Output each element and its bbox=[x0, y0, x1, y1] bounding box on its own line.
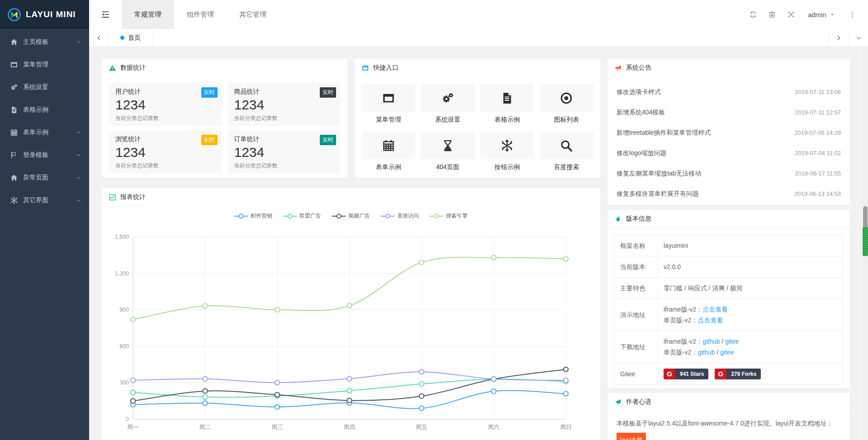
sidebar-item-1[interactable]: 主页模板 bbox=[0, 31, 89, 53]
gitee-badge[interactable]: G941 Stars bbox=[664, 369, 708, 379]
shortcut-系统设置[interactable]: 系统设置 bbox=[421, 84, 474, 124]
version-row: 主要特色零门槛 / 响应式 / 清爽 / 极简 bbox=[615, 278, 843, 299]
line-chart-icon bbox=[109, 194, 116, 201]
legend-item-邮件营销[interactable]: 邮件营销 bbox=[234, 212, 272, 220]
sidebar-item-label: 表格示例 bbox=[23, 106, 82, 114]
version-row-label: 主要特色 bbox=[615, 278, 658, 299]
notice-item[interactable]: 修改logo缩放问题2019-07-04 11:02 bbox=[617, 143, 841, 163]
shortcut-菜单管理[interactable]: 菜单管理 bbox=[361, 84, 415, 124]
tab-actions-dropdown-button[interactable] bbox=[848, 29, 868, 47]
page-tab-home[interactable]: 首页 bbox=[109, 29, 152, 47]
sidebar-item-2[interactable]: 菜单管理 bbox=[0, 53, 89, 76]
sidebar-item-3[interactable]: 系统设置 bbox=[0, 76, 89, 99]
data-statistics-card: 数据统计 用户统计实时1234当前分类总记录数商品统计实时1234当前分类总记录… bbox=[102, 59, 347, 177]
svg-text:0: 0 bbox=[126, 416, 129, 422]
home-icon bbox=[10, 174, 19, 182]
gitee-badge-text: 941 Stars bbox=[675, 369, 708, 379]
main-content: 数据统计 用户统计实时1234当前分类总记录数商品统计实时1234当前分类总记录… bbox=[89, 47, 863, 440]
shortcut-表单示例[interactable]: 表单示例 bbox=[361, 132, 415, 171]
content-scrollbar[interactable] bbox=[863, 47, 868, 440]
user-menu[interactable]: admin bbox=[801, 11, 843, 19]
layui-logo-icon bbox=[7, 8, 21, 22]
shortcut-label: 表格示例 bbox=[480, 116, 534, 124]
shortcut-表格示例[interactable]: 表格示例 bbox=[480, 84, 534, 124]
app-title: LAYUI MINI bbox=[26, 9, 76, 19]
scrollbar-green-widget[interactable] bbox=[863, 227, 868, 256]
link-gitee[interactable]: gitee bbox=[725, 338, 739, 345]
stat-value: 1234 bbox=[115, 97, 215, 113]
notice-time: 2019-07-11 12:57 bbox=[795, 109, 841, 116]
link-点击查看[interactable]: 点击查看 bbox=[697, 317, 723, 324]
legend-line-marker bbox=[381, 213, 394, 219]
stat-desc: 当前分类总记录数 bbox=[115, 162, 215, 170]
app-window: LAYUI MINI 主页模板菜单管理系统设置表格示例表单示例登录模板异常页面其… bbox=[0, 0, 868, 440]
notice-time: 2019-06-13 14:53 bbox=[794, 190, 841, 197]
tab-scroll-left-button[interactable] bbox=[89, 29, 109, 47]
window-icon bbox=[10, 61, 19, 69]
tab-scroll-right-button[interactable] bbox=[828, 29, 848, 47]
sidebar-item-7[interactable]: 异常页面 bbox=[0, 166, 89, 189]
sidebar-collapse-icon[interactable] bbox=[89, 0, 122, 29]
legend-item-视频广告[interactable]: 视频广告 bbox=[332, 212, 370, 220]
window-icon bbox=[361, 64, 369, 72]
gears-icon bbox=[441, 91, 455, 105]
fullscreen-icon[interactable] bbox=[782, 0, 801, 29]
legend-label: 直接访问 bbox=[397, 212, 419, 220]
notice-time: 2019-07-05 14:28 bbox=[794, 129, 841, 136]
refresh-icon[interactable] bbox=[744, 0, 763, 29]
header-tab-2[interactable]: 组件管理 bbox=[174, 0, 227, 29]
shortcut-404页面[interactable]: 404页面 bbox=[421, 132, 474, 171]
gitee-logo-icon: G bbox=[715, 369, 726, 379]
clear-cache-trash-icon[interactable] bbox=[763, 0, 782, 29]
version-row-label: Github bbox=[615, 385, 658, 388]
sidebar-item-8[interactable]: 其它界面 bbox=[0, 189, 89, 212]
realtime-badge: 实时 bbox=[320, 87, 336, 98]
notice-item[interactable]: 新增treetable插件和菜单管理样式2019-07-05 14:28 bbox=[617, 123, 841, 143]
layui-doc-badge[interactable]: layui文档 bbox=[617, 433, 646, 440]
realtime-badge: 实时 bbox=[320, 135, 336, 145]
legend-item-直接访问[interactable]: 直接访问 bbox=[381, 212, 419, 220]
svg-text:600: 600 bbox=[119, 343, 129, 350]
logo[interactable]: LAYUI MINI bbox=[0, 0, 89, 29]
shortcut-百度搜索[interactable]: 百度搜索 bbox=[540, 132, 593, 171]
gears-icon bbox=[10, 83, 19, 91]
notice-item[interactable]: 修复左侧菜单缩放tab无法移动2019-06-17 11:55 bbox=[617, 163, 841, 184]
header-tab-3[interactable]: 其它管理 bbox=[227, 0, 279, 29]
shortcut-按钮示例[interactable]: 按钮示例 bbox=[480, 132, 534, 171]
legend-label: 视频广告 bbox=[348, 212, 370, 220]
shortcut-图标列表[interactable]: 图标列表 bbox=[540, 84, 593, 124]
header-actions: admin bbox=[744, 0, 868, 29]
stat-box: 浏览统计实时1234当前分类总记录数 bbox=[109, 130, 222, 173]
link-gitee[interactable]: gitee bbox=[720, 349, 734, 356]
stat-value: 1234 bbox=[234, 97, 334, 113]
card-title: 作者心语 bbox=[626, 398, 651, 406]
card-title: 版本信息 bbox=[626, 215, 651, 223]
notice-item[interactable]: 修复多模块菜单栏展开有问题2019-06-13 14:53 bbox=[617, 184, 841, 204]
sidebar-item-4[interactable]: 表格示例 bbox=[0, 99, 89, 121]
notice-text: 修改选项卡样式 bbox=[617, 88, 661, 96]
window-icon bbox=[382, 91, 395, 105]
notice-text: 修改logo缩放问题 bbox=[617, 149, 666, 157]
link-github[interactable]: github bbox=[697, 349, 715, 356]
gitee-badge[interactable]: G278 Forks bbox=[715, 369, 761, 379]
legend-label: 联盟广告 bbox=[299, 212, 321, 220]
notice-item[interactable]: 新增系统404模板2019-07-11 12:57 bbox=[617, 102, 841, 123]
version-row: 演示地址iframe版-v2：点击查看单页版-v2：点击查看 bbox=[615, 299, 843, 331]
version-row: 当前版本v2.0.0 bbox=[615, 256, 843, 278]
line-chart: 03006009001,2001,500周一周二周三周四周五周六周日 bbox=[102, 221, 587, 440]
shortcut-label: 菜单管理 bbox=[361, 116, 415, 124]
legend-item-搜索引擎[interactable]: 搜索引擎 bbox=[430, 212, 468, 220]
hourglass-icon bbox=[441, 139, 455, 152]
sidebar-item-label: 异常页面 bbox=[23, 174, 76, 182]
link-点击查看[interactable]: 点击查看 bbox=[702, 306, 728, 313]
link-github[interactable]: github bbox=[702, 338, 720, 345]
link-prefix: iframe版-v2： bbox=[664, 338, 702, 345]
sidebar-item-5[interactable]: 表单示例 bbox=[0, 121, 89, 144]
header-tab-1[interactable]: 常规管理 bbox=[122, 0, 174, 29]
sidebar-item-6[interactable]: 登录模板 bbox=[0, 144, 89, 166]
notice-item[interactable]: 修改选项卡样式2019-07-11 23:06 bbox=[617, 82, 841, 102]
more-options-dots-icon[interactable] bbox=[843, 0, 862, 29]
legend-item-联盟广告[interactable]: 联盟广告 bbox=[283, 212, 321, 220]
header-module-tabs: 常规管理组件管理其它管理 bbox=[122, 0, 279, 29]
shortcut-label: 404页面 bbox=[421, 163, 474, 171]
